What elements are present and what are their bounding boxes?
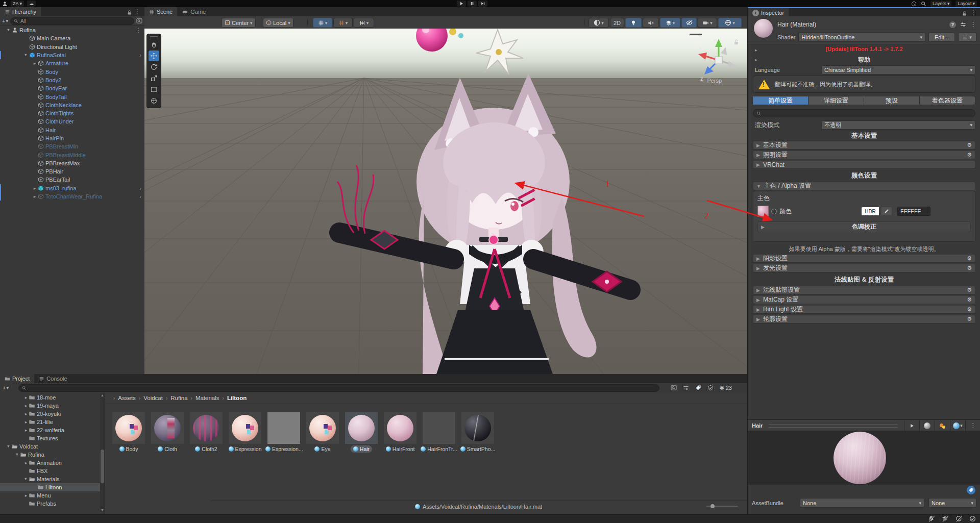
rect-tool-button[interactable] — [149, 84, 159, 95]
preview-shaded-button[interactable] — [919, 420, 935, 431]
auto-refresh-off-icon[interactable] — [955, 515, 962, 522]
cloud-button[interactable]: ☁ — [27, 1, 36, 7]
project-tree-item[interactable]: ▸ Voidcat — [0, 442, 105, 451]
settings-tab[interactable]: 详细设置 — [808, 96, 864, 105]
hierarchy-item[interactable]: ▸ Body ⋮ › — [0, 67, 144, 76]
transform-tool-button[interactable] — [149, 95, 159, 106]
layers-off-icon[interactable] — [942, 515, 948, 522]
hierarchy-item[interactable]: ▸ RufinaSotai ⋮ › — [0, 51, 144, 59]
project-tree-item[interactable]: ▸ FBX — [0, 467, 105, 475]
rotate-tool-button[interactable] — [149, 62, 159, 72]
property-search-input[interactable] — [753, 109, 975, 117]
edit-shader-button[interactable]: Edit... — [928, 32, 955, 42]
foldout-bar[interactable]: ▶ 基本设置 ⚙ — [753, 141, 975, 150]
asset-label-tag-icon[interactable] — [967, 486, 975, 494]
hierarchy-item[interactable]: ▸ PBBreastMax ⋮ › — [0, 159, 144, 167]
gear-icon[interactable]: ⚙ — [967, 152, 972, 158]
project-tree-item[interactable]: ▸ 19-maya — [0, 402, 105, 410]
expand-arrow-icon[interactable]: ▸ — [23, 493, 29, 498]
scene-lighting-toggle[interactable] — [625, 18, 642, 28]
foldout-arrow-icon[interactable]: ▸ — [755, 47, 757, 53]
gear-icon[interactable]: ⚙ — [967, 316, 972, 322]
hierarchy-item[interactable]: ▸ PBHair ⋮ › — [0, 167, 144, 176]
step-button[interactable] — [478, 1, 487, 7]
tab-game[interactable]: Game — [177, 7, 210, 16]
expand-arrow-icon[interactable]: ▸ — [6, 28, 11, 33]
hierarchy-item[interactable]: ▸ BodyEar ⋮ › — [0, 84, 144, 92]
hierarchy-item[interactable]: ▸ ms03_rufina ⋮ › — [0, 184, 144, 192]
settings-tab[interactable]: 预设 — [864, 96, 920, 105]
expand-arrow-icon[interactable]: ▸ — [23, 477, 29, 482]
help-icon[interactable]: ? — [949, 21, 956, 28]
main-texture-swatch[interactable] — [757, 206, 769, 217]
filter-by-label-icon[interactable] — [695, 385, 701, 391]
asset-thumbnail[interactable]: Body — [112, 412, 145, 453]
projection-label[interactable]: ≺ Persp — [701, 78, 722, 84]
hierarchy-item[interactable]: ▸ PBEarTail ⋮ › — [0, 176, 144, 184]
hierarchy-item[interactable]: ▸ Main Camera ⋮ › — [0, 34, 144, 42]
hierarchy-item[interactable]: ▸ Armature ⋮ › — [0, 59, 144, 67]
breadcrumb-item[interactable]: › Materials — [188, 395, 219, 401]
foldout-bar[interactable]: ▶ Rim Light 设置 ⚙ — [753, 305, 975, 314]
hierarchy-item[interactable]: ▸ PBBreastMiddle ⋮ › — [0, 151, 144, 159]
orientation-dropdown[interactable]: Local ▾ — [263, 18, 293, 28]
expand-arrow-icon[interactable]: ▸ — [32, 194, 37, 199]
expand-arrow-icon[interactable]: ▸ — [15, 452, 20, 457]
hierarchy-item[interactable]: ▸ Directional Light ⋮ › — [0, 43, 144, 51]
assetbundle-name-dropdown[interactable]: None ▾ — [800, 498, 924, 508]
preview-lighting-button[interactable] — [935, 420, 950, 431]
orientation-gizmo[interactable]: y x z — [694, 35, 743, 84]
hex-color-input[interactable]: FFFFFF — [897, 207, 930, 216]
2d-toggle[interactable]: 2D — [610, 18, 624, 28]
tab-scene[interactable]: Scene — [144, 7, 177, 16]
breadcrumb-item[interactable]: › Rufina — [163, 395, 188, 401]
foldout-bar[interactable]: ▶ MatCap 设置 ⚙ — [753, 295, 975, 304]
foldout-bar[interactable]: ▶ 发光设置 ⚙ — [753, 264, 975, 272]
tab-project[interactable]: Project — [0, 374, 34, 383]
tab-console[interactable]: Console — [34, 374, 71, 383]
slider-knob[interactable] — [710, 504, 715, 508]
project-tree-item[interactable]: ▸ 18-moe — [0, 393, 105, 402]
grid-visibility-dropdown[interactable]: ▾ — [333, 18, 353, 28]
filter-by-type-icon[interactable] — [683, 385, 689, 391]
material-properties-button[interactable]: ▾ — [958, 32, 976, 42]
expand-arrow-icon[interactable]: ▸ — [23, 395, 29, 400]
add-object-button[interactable]: + ▾ — [2, 18, 8, 24]
gear-icon[interactable]: ⚙ — [967, 142, 972, 148]
tab-hierarchy[interactable]: Hierarchy — [0, 7, 41, 16]
gear-icon[interactable]: ⚙ — [967, 296, 972, 303]
hierarchy-item[interactable]: ▸ HairPin ⋮ › — [0, 134, 144, 142]
notifications-off-icon[interactable] — [928, 515, 935, 522]
project-tree-item[interactable]: ▸ Rufina — [0, 451, 105, 459]
hierarchy-item[interactable]: ▸ BodyTail ⋮ › — [0, 92, 144, 101]
asset-thumbnail[interactable]: HairFronTr... — [423, 412, 455, 453]
scroll-down-icon[interactable]: ▼ — [100, 508, 105, 512]
hidden-packages-icon[interactable] — [707, 385, 714, 391]
breadcrumb-item[interactable]: › Assets — [110, 395, 136, 401]
expand-arrow-icon[interactable]: ▸ — [23, 428, 29, 433]
gear-icon[interactable]: ⚙ — [967, 265, 972, 271]
expand-arrow-icon[interactable]: ▸ — [23, 53, 29, 58]
camera-settings-dropdown[interactable]: ▾ — [698, 18, 717, 28]
status-ok-icon[interactable] — [969, 515, 976, 522]
project-tree-item[interactable]: ▸ 21-lilie — [0, 418, 105, 426]
preview-header[interactable]: Hair ▾ ⋮ — [748, 419, 980, 431]
hierarchy-item[interactable]: ▸ Body2 ⋮ › — [0, 76, 144, 84]
audio-mute-toggle[interactable] — [643, 18, 659, 28]
liltoon-update-link[interactable]: [Update] lilToon 1.4.1 -> 1.7.2 — [753, 46, 975, 52]
overlay-drag-handle[interactable] — [148, 35, 160, 39]
asset-thumbnail[interactable]: Cloth2 — [190, 412, 223, 453]
material-preview-area[interactable] — [748, 431, 980, 485]
project-tree-item[interactable]: ▸ Animation — [0, 459, 105, 467]
play-button[interactable] — [457, 1, 466, 7]
foldout-bar[interactable]: ▶ VRChat ⚙ — [753, 160, 975, 169]
project-tree-item[interactable]: ▸ Textures — [0, 434, 105, 442]
expand-arrow-icon[interactable]: ▸ — [23, 403, 29, 408]
foldout-bar[interactable]: ▶ 法线贴图设置 ⚙ — [753, 286, 975, 294]
asset-thumbnail[interactable]: SmartPho... — [461, 412, 494, 453]
tree-scrollbar[interactable]: ▲ ▼ — [100, 393, 105, 512]
scale-tool-button[interactable] — [149, 73, 159, 84]
main-color-foldout[interactable]: ▼ 主色 / Alpha 设置 ⚙ — [753, 182, 975, 190]
layout-dropdown[interactable]: Layout ▾ — [955, 1, 977, 7]
children-chevron-icon[interactable]: › — [139, 185, 141, 191]
